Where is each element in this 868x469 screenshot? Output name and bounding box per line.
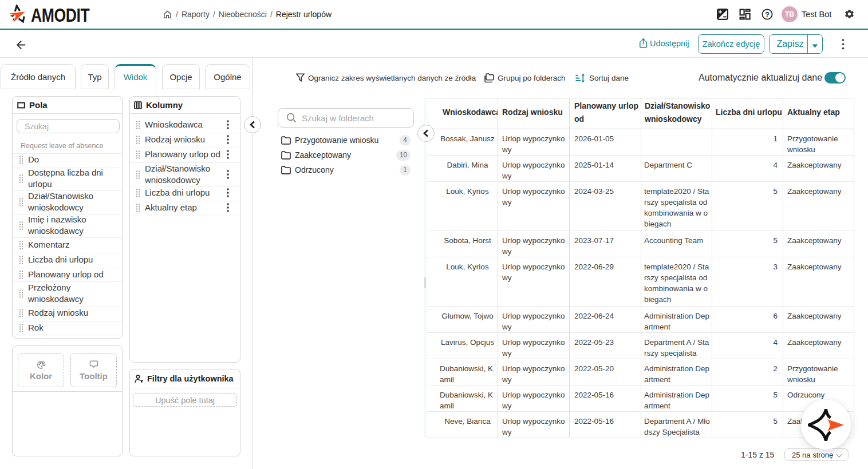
- svg-text:?: ?: [765, 10, 770, 19]
